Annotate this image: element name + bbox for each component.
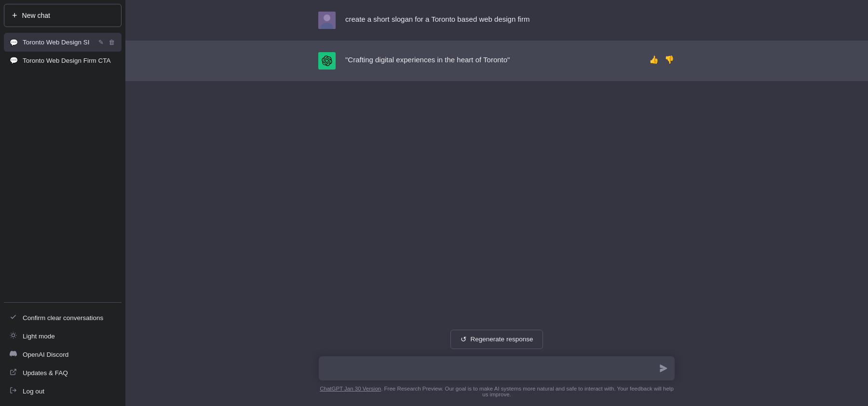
thumbs-down-button[interactable]: 👎 xyxy=(664,54,675,65)
svg-line-4 xyxy=(15,337,15,337)
input-area: ↺ Regenerate response ChatGPT Jan 30 Ver… xyxy=(125,322,868,406)
sidebar-divider xyxy=(4,302,122,303)
confirm-clear-icon xyxy=(10,313,17,322)
svg-line-8 xyxy=(15,333,15,334)
sidebar-item-confirm-clear[interactable]: Confirm clear conversations xyxy=(4,308,122,327)
chat-label: Toronto Web Design Firm CTA xyxy=(23,57,116,64)
chat-input[interactable] xyxy=(318,356,675,381)
chat-label: Toronto Web Design SI xyxy=(23,39,93,46)
log-out-label: Log out xyxy=(23,388,44,395)
sidebar-item-log-out[interactable]: Log out xyxy=(4,382,122,400)
assistant-message: "Crafting digital experiences in the hea… xyxy=(125,41,868,81)
footer-description: . Free Research Preview. Our goal is to … xyxy=(381,386,674,397)
sidebar: + New chat 💬 Toronto Web Design SI ✎ 🗑 💬… xyxy=(0,0,125,406)
main-area: create a short slogan for a Toronto base… xyxy=(125,0,868,406)
footer-link[interactable]: ChatGPT Jan 30 Version xyxy=(320,386,381,392)
thumbs-up-icon: 👍 xyxy=(649,56,659,64)
sidebar-item-light-mode[interactable]: Light mode xyxy=(4,327,122,345)
log-out-icon xyxy=(10,387,17,395)
plus-icon: + xyxy=(12,11,17,20)
chat-list: 💬 Toronto Web Design SI ✎ 🗑 💬 Toronto We… xyxy=(0,31,125,298)
messages-area: create a short slogan for a Toronto base… xyxy=(125,0,868,322)
svg-line-3 xyxy=(11,333,12,334)
edit-chat-button[interactable]: ✎ xyxy=(97,38,105,47)
updates-faq-icon xyxy=(10,368,17,377)
new-chat-button[interactable]: + New chat xyxy=(4,4,122,27)
footer-text: ChatGPT Jan 30 Version. Free Research Pr… xyxy=(318,386,675,402)
confirm-clear-label: Confirm clear conversations xyxy=(23,314,103,322)
sidebar-bottom: Confirm clear conversations Light mode O… xyxy=(0,307,125,406)
thumbs-down-icon: 👎 xyxy=(665,56,674,64)
light-mode-label: Light mode xyxy=(23,333,55,340)
chat-item[interactable]: 💬 Toronto Web Design SI ✎ 🗑 xyxy=(4,33,122,52)
regenerate-button[interactable]: ↺ Regenerate response xyxy=(450,330,543,349)
chat-icon: 💬 xyxy=(10,39,18,46)
light-mode-icon xyxy=(10,332,17,340)
openai-discord-label: OpenAI Discord xyxy=(23,351,68,358)
openai-discord-icon xyxy=(10,350,17,359)
assistant-message-text: "Crafting digital experiences in the hea… xyxy=(345,52,510,66)
user-avatar xyxy=(318,12,336,29)
svg-line-9 xyxy=(13,369,16,373)
delete-chat-button[interactable]: 🗑 xyxy=(108,38,116,47)
send-icon xyxy=(660,364,667,372)
input-row xyxy=(318,356,675,381)
thumbs-up-button[interactable]: 👍 xyxy=(648,54,660,65)
gpt-avatar xyxy=(318,52,336,70)
user-message-text: create a short slogan for a Toronto base… xyxy=(345,12,529,25)
new-chat-label: New chat xyxy=(22,12,50,19)
svg-point-0 xyxy=(12,334,14,336)
chat-icon: 💬 xyxy=(10,56,18,64)
chat-actions: ✎ 🗑 xyxy=(97,38,116,47)
regenerate-label: Regenerate response xyxy=(471,336,533,343)
feedback-buttons: 👍 👎 xyxy=(648,54,675,65)
svg-line-7 xyxy=(11,337,12,337)
updates-faq-label: Updates & FAQ xyxy=(23,369,68,377)
chat-item[interactable]: 💬 Toronto Web Design Firm CTA xyxy=(4,52,122,69)
svg-rect-14 xyxy=(318,12,336,29)
send-button[interactable] xyxy=(658,363,669,374)
sidebar-item-openai-discord[interactable]: OpenAI Discord xyxy=(4,345,122,364)
user-message: create a short slogan for a Toronto base… xyxy=(125,0,868,41)
regenerate-icon: ↺ xyxy=(461,335,467,344)
sidebar-item-updates-faq[interactable]: Updates & FAQ xyxy=(4,364,122,382)
